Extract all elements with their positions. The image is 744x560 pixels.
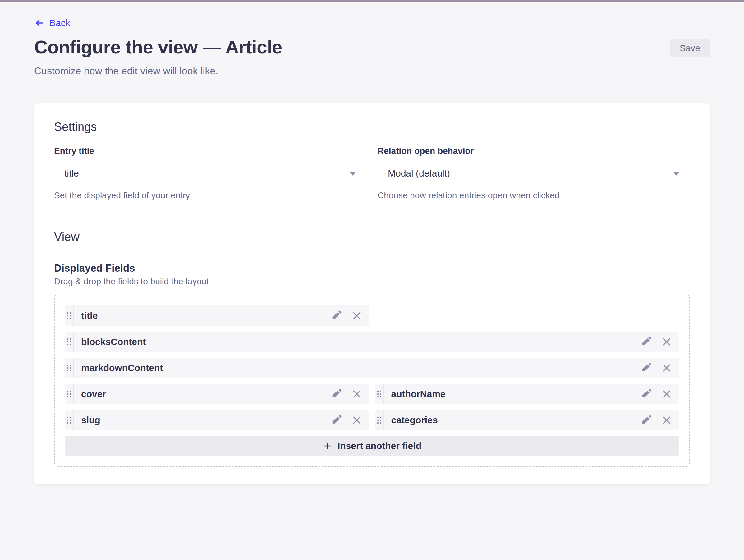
field-row: slug bbox=[65, 410, 679, 431]
pencil-icon bbox=[641, 363, 652, 373]
field-row: cover bbox=[65, 384, 679, 404]
entry-title-hint: Set the displayed field of your entry bbox=[54, 190, 366, 200]
field-card-slug[interactable]: slug bbox=[65, 410, 369, 431]
edit-field-button[interactable] bbox=[640, 362, 652, 374]
edit-field-button[interactable] bbox=[640, 388, 652, 400]
entry-title-select[interactable]: title bbox=[54, 161, 366, 186]
remove-field-button[interactable] bbox=[661, 388, 672, 400]
edit-field-button[interactable] bbox=[640, 415, 652, 426]
close-icon bbox=[661, 415, 672, 425]
drag-handle-icon[interactable] bbox=[65, 410, 74, 431]
relation-behavior-select[interactable]: Modal (default) bbox=[378, 161, 690, 186]
remove-field-button[interactable] bbox=[351, 310, 362, 321]
field-row: title bbox=[65, 305, 679, 326]
configure-view-page: Back Configure the view — Article Save C… bbox=[0, 2, 744, 484]
remove-field-button[interactable] bbox=[661, 336, 672, 347]
field-label: markdownContent bbox=[81, 363, 163, 373]
drag-handle-icon[interactable] bbox=[65, 332, 74, 352]
insert-field-button[interactable]: Insert another field bbox=[65, 436, 679, 456]
back-label: Back bbox=[49, 18, 70, 28]
field-label: blocksContent bbox=[81, 337, 146, 347]
remove-field-button[interactable] bbox=[661, 362, 672, 374]
field-card-authorname[interactable]: authorName bbox=[375, 384, 679, 404]
field-card-title[interactable]: title bbox=[65, 305, 369, 326]
back-arrow-icon bbox=[34, 18, 45, 28]
field-label: categories bbox=[391, 415, 438, 425]
field-row: blocksContent bbox=[65, 332, 679, 352]
drag-handle-icon[interactable] bbox=[375, 384, 384, 404]
field-label: slug bbox=[81, 415, 100, 425]
fields-dropzone: title bbox=[54, 295, 690, 467]
displayed-fields-label: Displayed Fields bbox=[54, 262, 690, 274]
drag-handle-icon[interactable] bbox=[65, 384, 74, 404]
save-button[interactable]: Save bbox=[670, 39, 710, 58]
relation-behavior-field: Relation open behavior Modal (default) C… bbox=[378, 146, 690, 200]
field-card-cover[interactable]: cover bbox=[65, 384, 369, 404]
page-subtitle: Customize how the edit view will look li… bbox=[34, 65, 710, 77]
close-icon bbox=[351, 389, 362, 399]
field-row: markdownContent bbox=[65, 358, 679, 378]
edit-field-button[interactable] bbox=[640, 336, 652, 347]
entry-title-field: Entry title title Set the displayed fiel… bbox=[54, 146, 366, 200]
insert-field-label: Insert another field bbox=[337, 441, 421, 451]
page-title: Configure the view — Article bbox=[34, 36, 282, 58]
chevron-down-icon bbox=[673, 172, 680, 176]
field-card-categories[interactable]: categories bbox=[375, 410, 679, 431]
field-card-blockscontent[interactable]: blocksContent bbox=[65, 332, 679, 352]
field-card-markdowncontent[interactable]: markdownContent bbox=[65, 358, 679, 378]
plus-icon bbox=[323, 441, 333, 451]
pencil-icon bbox=[331, 415, 341, 425]
field-label: authorName bbox=[391, 389, 446, 399]
edit-field-button[interactable] bbox=[331, 388, 342, 400]
configuration-card: Settings Entry title title Set the displ… bbox=[34, 104, 710, 484]
view-section-heading: View bbox=[54, 230, 690, 244]
entry-title-label: Entry title bbox=[54, 146, 366, 156]
chevron-down-icon bbox=[349, 172, 356, 176]
remove-field-button[interactable] bbox=[351, 415, 362, 426]
relation-behavior-hint: Choose how relation entries open when cl… bbox=[378, 190, 690, 200]
relation-behavior-value: Modal (default) bbox=[388, 168, 450, 179]
close-icon bbox=[661, 337, 672, 347]
entry-title-value: title bbox=[64, 168, 79, 179]
top-accent-bar bbox=[0, 0, 744, 2]
close-icon bbox=[661, 363, 672, 373]
remove-field-button[interactable] bbox=[661, 415, 672, 426]
remove-field-button[interactable] bbox=[351, 388, 362, 400]
back-link[interactable]: Back bbox=[34, 18, 70, 28]
field-label: cover bbox=[81, 389, 106, 399]
section-divider bbox=[54, 215, 690, 215]
relation-behavior-label: Relation open behavior bbox=[378, 146, 690, 156]
edit-field-button[interactable] bbox=[331, 415, 342, 426]
drag-handle-icon[interactable] bbox=[65, 305, 74, 326]
close-icon bbox=[351, 310, 362, 321]
pencil-icon bbox=[641, 337, 652, 347]
pencil-icon bbox=[331, 389, 341, 399]
close-icon bbox=[351, 415, 362, 425]
edit-field-button[interactable] bbox=[331, 310, 342, 321]
drag-handle-icon[interactable] bbox=[375, 410, 384, 431]
settings-section-heading: Settings bbox=[54, 120, 690, 134]
drag-handle-icon[interactable] bbox=[65, 358, 74, 378]
close-icon bbox=[661, 389, 672, 399]
pencil-icon bbox=[331, 310, 341, 321]
pencil-icon bbox=[641, 415, 652, 425]
displayed-fields-hint: Drag & drop the fields to build the layo… bbox=[54, 276, 690, 287]
field-label: title bbox=[81, 310, 98, 321]
pencil-icon bbox=[641, 389, 652, 399]
